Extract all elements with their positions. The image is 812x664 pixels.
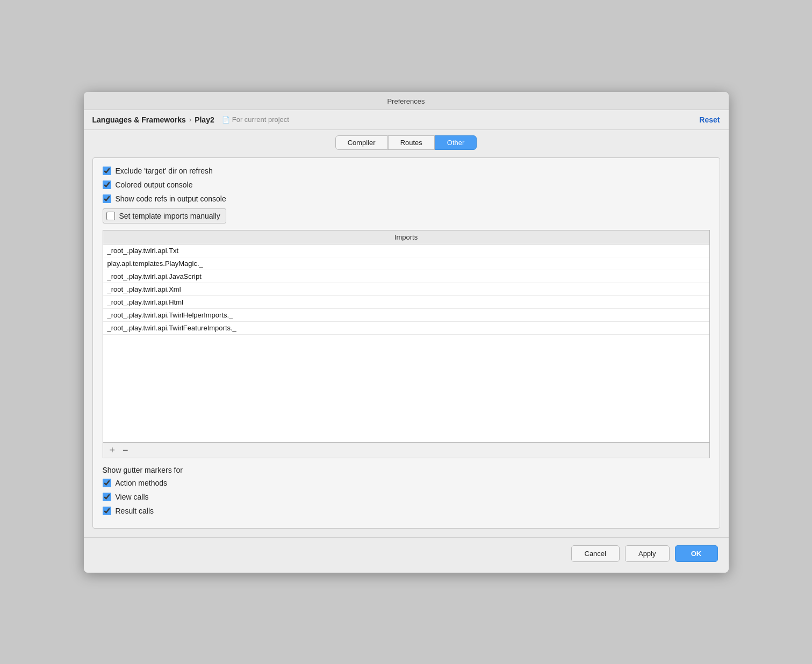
checkbox-show-code-refs-input[interactable] [103,194,111,203]
checkbox-action-methods-input[interactable] [103,479,111,487]
preferences-window: Preferences Languages & Frameworks › Pla… [84,92,729,573]
import-row[interactable]: _root_.play.twirl.api.JavaScript [103,270,709,283]
checkbox-result-calls: Result calls [103,507,710,515]
checkbox-exclude-target-input[interactable] [103,167,111,175]
imports-empty-space [103,335,709,442]
breadcrumb-part1: Languages & Frameworks [92,116,186,124]
checkbox-set-template-imports: Set template imports manually [103,208,226,223]
footer: Cancel Apply OK [84,537,729,573]
tab-routes[interactable]: Routes [388,135,435,150]
doc-icon: 📄 [222,116,230,124]
import-row[interactable]: _root_.play.twirl.api.TwirlFeatureImport… [103,322,709,335]
import-row[interactable]: _root_.play.twirl.api.Xml [103,283,709,296]
imports-toolbar: + − [103,443,710,458]
import-row[interactable]: play.api.templates.PlayMagic._ [103,257,709,270]
tabs-row: Compiler Routes Other [84,130,729,150]
checkbox-exclude-target: Exclude 'target' dir on refresh [103,167,710,175]
checkbox-view-calls-label: View calls [116,493,149,501]
breadcrumb: Languages & Frameworks › Play2 [92,116,214,124]
cancel-button[interactable]: Cancel [571,545,620,562]
checkbox-show-code-refs: Show code refs in output console [103,194,710,203]
breadcrumb-part2: Play2 [195,116,214,124]
checkbox-set-template-imports-label: Set template imports manually [119,212,220,220]
apply-button[interactable]: Apply [625,545,670,562]
import-row[interactable]: _root_.play.twirl.api.Html [103,296,709,309]
header-row: Languages & Frameworks › Play2 📄 For cur… [84,110,729,130]
imports-header: Imports [103,230,709,244]
checkbox-view-calls: View calls [103,493,710,501]
ok-button[interactable]: OK [675,545,718,562]
for-current-project-label: For current project [232,116,289,124]
checkbox-colored-output-input[interactable] [103,181,111,189]
imports-table: Imports _root_.play.twirl.api.Txt play.a… [103,230,710,443]
remove-import-button[interactable]: − [121,445,130,455]
checkbox-action-methods-label: Action methods [116,479,168,487]
checkbox-colored-output-label: Colored output console [116,181,193,189]
checkbox-action-methods: Action methods [103,479,710,487]
checkbox-colored-output: Colored output console [103,181,710,189]
content-area: Exclude 'target' dir on refresh Colored … [84,150,729,537]
import-row[interactable]: _root_.play.twirl.api.TwirlHelperImports… [103,309,709,322]
window-title: Preferences [387,97,425,105]
reset-button[interactable]: Reset [699,116,720,124]
checkbox-view-calls-input[interactable] [103,493,111,501]
checkbox-show-code-refs-label: Show code refs in output console [116,194,226,203]
checkbox-exclude-target-label: Exclude 'target' dir on refresh [116,167,213,175]
imports-list: _root_.play.twirl.api.Txt play.api.templ… [103,244,709,442]
import-row[interactable]: _root_.play.twirl.api.Txt [103,244,709,257]
checkbox-set-template-imports-input[interactable] [106,212,115,220]
chevron-icon: › [189,116,191,124]
checkbox-result-calls-input[interactable] [103,507,111,515]
gutter-section: Show gutter markers for Action methods V… [103,466,710,515]
settings-panel: Exclude 'target' dir on refresh Colored … [92,157,720,529]
gutter-title: Show gutter markers for [103,466,710,474]
add-import-button[interactable]: + [109,445,117,455]
tab-other[interactable]: Other [435,135,477,150]
for-current-project: 📄 For current project [222,116,289,124]
checkbox-result-calls-label: Result calls [116,507,154,515]
tab-compiler[interactable]: Compiler [335,135,388,150]
title-bar: Preferences [84,92,729,110]
